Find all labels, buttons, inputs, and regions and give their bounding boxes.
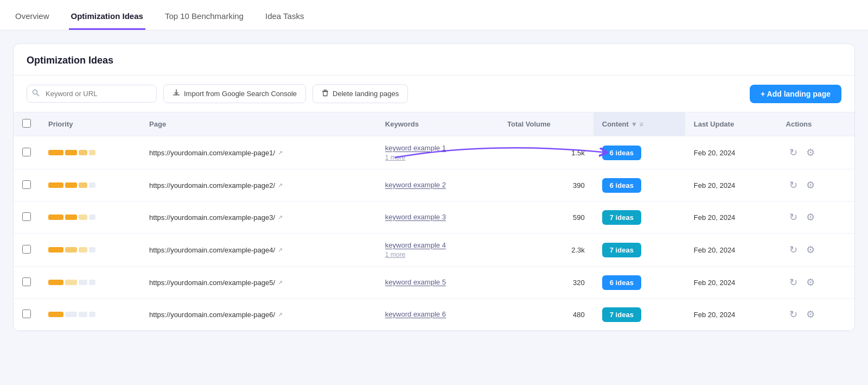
more-keywords-link[interactable]: 1 more — [385, 154, 405, 161]
settings-button[interactable]: ⚙ — [803, 242, 818, 258]
actions-cell: ↻ ⚙ — [777, 201, 854, 233]
ideas-badge[interactable]: 7 ideas — [602, 210, 641, 225]
header-checkbox-cell — [14, 112, 40, 136]
priority-cell — [40, 267, 141, 299]
total-volume-cell: 390 — [499, 169, 593, 201]
external-link-icon: ↗ — [278, 214, 283, 221]
priority-cell — [40, 299, 141, 331]
row-checkbox[interactable] — [22, 277, 31, 286]
external-link-icon: ↗ — [278, 182, 283, 189]
priority-cell — [40, 233, 141, 267]
row-checkbox-cell — [14, 136, 40, 169]
refresh-button[interactable]: ↻ — [786, 177, 801, 193]
page-link[interactable]: https://yourdomain.com/example-page5/↗ — [149, 279, 368, 287]
refresh-button[interactable]: ↻ — [786, 144, 801, 161]
page-link[interactable]: https://yourdomain.com/example-page4/↗ — [149, 246, 368, 254]
settings-button[interactable]: ⚙ — [803, 177, 818, 193]
settings-button[interactable]: ⚙ — [803, 274, 818, 291]
priority-cell — [40, 169, 141, 201]
row-checkbox[interactable] — [22, 148, 31, 156]
settings-button[interactable]: ⚙ — [803, 306, 818, 323]
keyword-link[interactable]: keyword example 5 — [385, 278, 490, 286]
nav-item-idea-tasks[interactable]: Idea Tasks — [263, 3, 306, 30]
row-checkbox-cell — [14, 267, 40, 299]
header-last-update: Last Update — [685, 112, 777, 136]
external-link-icon: ↗ — [278, 311, 283, 318]
page-cell: https://yourdomain.com/example-page1/↗ — [141, 136, 376, 169]
row-checkbox-cell — [14, 201, 40, 233]
delete-button[interactable]: Delete landing pages — [312, 84, 408, 103]
keywords-cell: keyword example 11 more — [376, 136, 499, 169]
nav-item-optimization-ideas[interactable]: Optimization Ideas — [69, 3, 145, 30]
keywords-cell: keyword example 2 — [376, 169, 499, 201]
main-content: Optimization Ideas — [0, 30, 868, 344]
last-update-cell: Feb 20, 2024 — [685, 136, 777, 169]
keyword-link[interactable]: keyword example 6 — [385, 310, 490, 318]
refresh-button[interactable]: ↻ — [786, 242, 801, 258]
actions-wrap: ↻ ⚙ — [786, 144, 846, 161]
page-link[interactable]: https://yourdomain.com/example-page2/↗ — [149, 181, 368, 190]
page-cell: https://yourdomain.com/example-page5/↗ — [141, 267, 376, 299]
ideas-badge[interactable]: 7 ideas — [602, 307, 641, 322]
last-update-cell: Feb 20, 2024 — [685, 267, 777, 299]
actions-wrap: ↻ ⚙ — [786, 209, 846, 225]
row-checkbox[interactable] — [22, 310, 31, 318]
content-sort-wrap: Content ▼ ≡ — [602, 120, 643, 128]
page-link[interactable]: https://yourdomain.com/example-page3/↗ — [149, 213, 368, 222]
table-row: https://yourdomain.com/example-page5/↗ke… — [14, 267, 854, 299]
total-volume-cell: 2.3k — [499, 233, 593, 267]
priority-cell — [40, 201, 141, 233]
add-label: + Add landing page — [761, 90, 831, 98]
priority-bar — [48, 182, 132, 188]
search-input[interactable] — [27, 85, 157, 103]
ideas-badge[interactable]: 6 ideas — [602, 146, 641, 160]
last-update-cell: Feb 20, 2024 — [685, 233, 777, 267]
page-link[interactable]: https://yourdomain.com/example-page6/↗ — [149, 311, 368, 319]
keyword-link[interactable]: keyword example 4 — [385, 241, 490, 249]
refresh-button[interactable]: ↻ — [786, 274, 801, 291]
filter-icon[interactable]: ≡ — [640, 121, 643, 128]
search-input-wrap — [27, 85, 157, 103]
page-link[interactable]: https://yourdomain.com/example-page1/↗ — [149, 149, 368, 157]
refresh-button[interactable]: ↻ — [786, 209, 801, 225]
row-checkbox-cell — [14, 233, 40, 267]
refresh-button[interactable]: ↻ — [786, 306, 801, 323]
keywords-cell: keyword example 6 — [376, 299, 499, 331]
keyword-link[interactable]: keyword example 1 — [385, 144, 490, 152]
nav-item-top10[interactable]: Top 10 Benchmarking — [163, 3, 246, 30]
ideas-cell: 6 ideas — [593, 267, 685, 299]
ideas-cell: 7 ideas — [593, 201, 685, 233]
keyword-link[interactable]: keyword example 3 — [385, 213, 490, 221]
settings-button[interactable]: ⚙ — [803, 209, 818, 225]
header-keywords: Keywords — [376, 112, 499, 136]
keyword-link[interactable]: keyword example 2 — [385, 181, 490, 189]
select-all-checkbox[interactable] — [22, 119, 31, 128]
top-navigation: Overview Optimization Ideas Top 10 Bench… — [0, 0, 868, 30]
table-header-row: Priority Page Keywords Total Volume Cont… — [14, 112, 854, 136]
nav-item-overview[interactable]: Overview — [13, 3, 52, 30]
ideas-badge[interactable]: 7 ideas — [602, 243, 641, 257]
page-cell: https://yourdomain.com/example-page3/↗ — [141, 201, 376, 233]
keywords-cell: keyword example 41 more — [376, 233, 499, 267]
page-cell: https://yourdomain.com/example-page2/↗ — [141, 169, 376, 201]
row-checkbox[interactable] — [22, 180, 31, 189]
row-checkbox[interactable] — [22, 245, 31, 254]
actions-cell: ↻ ⚙ — [777, 267, 854, 299]
import-button[interactable]: Import from Google Search Console — [163, 84, 306, 103]
priority-bar — [48, 247, 132, 253]
row-checkbox[interactable] — [22, 212, 31, 221]
keywords-cell: keyword example 3 — [376, 201, 499, 233]
ideas-cell: 7 ideas — [593, 233, 685, 267]
keywords-cell: keyword example 5 — [376, 267, 499, 299]
settings-button[interactable]: ⚙ — [803, 144, 818, 161]
actions-wrap: ↻ ⚙ — [786, 306, 846, 323]
table-row: https://yourdomain.com/example-page1/↗ke… — [14, 136, 854, 169]
sort-down-icon[interactable]: ▼ — [631, 121, 637, 128]
svg-line-1 — [37, 94, 39, 96]
priority-bar — [48, 280, 132, 285]
add-landing-page-button[interactable]: + Add landing page — [750, 85, 841, 103]
svg-rect-4 — [324, 90, 327, 91]
ideas-badge[interactable]: 6 ideas — [602, 275, 641, 290]
ideas-badge[interactable]: 6 ideas — [602, 178, 641, 193]
more-keywords-link[interactable]: 1 more — [385, 251, 405, 258]
